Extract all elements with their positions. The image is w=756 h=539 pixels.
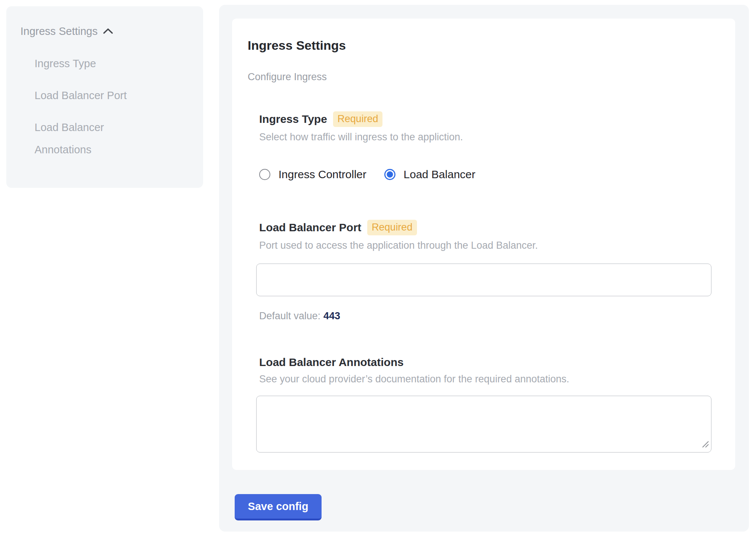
ingress-type-description: Select how traffic will ingress to the a… — [259, 131, 735, 143]
radio-load-balancer-label: Load Balancer — [404, 168, 475, 181]
default-value-number: 443 — [323, 310, 340, 321]
default-value-row: Default value:443 — [259, 310, 735, 322]
radio-ingress-controller[interactable]: Ingress Controller — [259, 168, 366, 181]
settings-sidebar: Ingress Settings Ingress Type Load Balan… — [6, 6, 203, 188]
radio-load-balancer[interactable]: Load Balancer — [384, 168, 475, 181]
annotations-textarea-wrap — [256, 396, 711, 453]
required-badge: Required — [367, 220, 417, 235]
sidebar-item-ingress-type[interactable]: Ingress Type — [35, 52, 146, 75]
radio-ingress-controller-label: Ingress Controller — [278, 168, 366, 181]
load-balancer-port-heading: Load Balancer Port — [259, 221, 361, 234]
sidebar-item-ingress-settings[interactable]: Ingress Settings — [20, 25, 192, 37]
textarea-resize-handle-icon[interactable] — [701, 440, 710, 450]
load-balancer-port-input[interactable] — [256, 264, 711, 296]
ingress-settings-card: Ingress Settings Configure Ingress Ingre… — [232, 19, 735, 470]
load-balancer-annotations-heading: Load Balancer Annotations — [259, 356, 404, 369]
save-config-button[interactable]: Save config — [235, 494, 322, 520]
sidebar-sub-list: Ingress Type Load Balancer Port Load Bal… — [35, 52, 192, 161]
section-load-balancer-port: Load Balancer Port Required Port used to… — [259, 220, 735, 322]
chevron-up-icon — [103, 28, 113, 35]
page-subtitle: Configure Ingress — [248, 71, 735, 83]
default-value-label: Default value: — [259, 310, 320, 321]
required-badge: Required — [333, 111, 383, 127]
section-load-balancer-annotations: Load Balancer Annotations See your cloud… — [259, 356, 735, 453]
sidebar-ingress-settings-label: Ingress Settings — [20, 25, 98, 37]
radio-checked-icon[interactable] — [384, 169, 395, 180]
radio-unchecked-icon[interactable] — [259, 169, 270, 180]
load-balancer-annotations-description: See your cloud provider’s documentation … — [259, 373, 735, 385]
sidebar-item-load-balancer-port[interactable]: Load Balancer Port — [35, 84, 146, 107]
load-balancer-annotations-textarea[interactable] — [256, 396, 711, 453]
ingress-type-radio-group: Ingress Controller Load Balancer — [259, 168, 735, 181]
section-ingress-type: Ingress Type Required Select how traffic… — [259, 111, 735, 181]
page-title: Ingress Settings — [248, 38, 735, 53]
ingress-type-heading: Ingress Type — [259, 112, 327, 126]
main-content-panel: Ingress Settings Configure Ingress Ingre… — [219, 5, 749, 532]
load-balancer-port-description: Port used to access the application thro… — [259, 239, 735, 251]
sidebar-item-load-balancer-annotations[interactable]: Load Balancer Annotations — [35, 116, 146, 161]
